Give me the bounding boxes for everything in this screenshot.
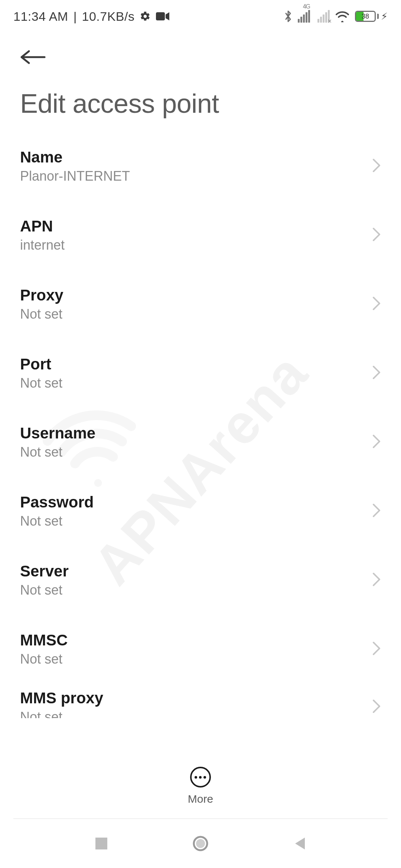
setting-label: Port	[20, 355, 62, 373]
status-bar: 11:34 AM | 10.7KB/s 4G	[0, 0, 401, 26]
setting-label: MMSC	[20, 631, 68, 649]
setting-label: Username	[20, 424, 95, 442]
gear-icon	[140, 11, 151, 22]
settings-list: Name Planor-INTERNET APN internet Proxy …	[0, 132, 401, 718]
setting-value: Not set	[20, 375, 62, 391]
nav-home-button[interactable]	[189, 832, 212, 855]
status-left: 11:34 AM | 10.7KB/s	[13, 9, 169, 24]
setting-value: Planor-INTERNET	[20, 168, 130, 184]
setting-mms-proxy[interactable]: MMS proxy Not set	[20, 684, 381, 718]
setting-value: Not set	[20, 513, 94, 529]
camera-icon	[156, 11, 169, 21]
square-icon	[95, 837, 108, 850]
back-button[interactable]	[20, 44, 47, 70]
signal-sim1: 4G	[298, 10, 310, 23]
wifi-icon	[335, 10, 350, 22]
svg-point-3	[196, 839, 205, 848]
chevron-right-icon	[372, 365, 381, 381]
more-label: More	[188, 793, 213, 805]
setting-password[interactable]: Password Not set	[20, 477, 381, 546]
nav-back-button[interactable]	[288, 832, 311, 855]
setting-username[interactable]: Username Not set	[20, 408, 381, 477]
setting-label: Name	[20, 148, 130, 166]
status-right: 4G ✕ 38	[284, 10, 388, 23]
signal-4g-label: 4G	[303, 3, 310, 10]
nav-bar	[0, 819, 401, 868]
setting-value: Not set	[20, 306, 63, 322]
setting-value: internet	[20, 237, 65, 253]
chevron-right-icon	[372, 699, 381, 715]
setting-label: MMS proxy	[20, 689, 103, 707]
chevron-right-icon	[372, 572, 381, 588]
signal-sim2: ✕	[317, 10, 330, 23]
setting-value: Not set	[20, 582, 69, 598]
chevron-right-icon	[372, 503, 381, 519]
chevron-right-icon	[372, 641, 381, 657]
setting-port[interactable]: Port Not set	[20, 339, 381, 408]
svg-rect-0	[156, 12, 165, 20]
status-net-speed: 10.7KB/s	[82, 9, 135, 24]
setting-label: Proxy	[20, 286, 63, 304]
charging-icon: ⚡︎	[381, 11, 388, 22]
page-title: Edit access point	[0, 70, 401, 132]
chevron-right-icon	[372, 227, 381, 243]
setting-server[interactable]: Server Not set	[20, 546, 381, 615]
setting-label: APN	[20, 217, 65, 235]
chevron-right-icon	[372, 296, 381, 312]
setting-value: Not set	[20, 444, 95, 460]
setting-label: Password	[20, 493, 94, 511]
chevron-right-icon	[372, 158, 381, 174]
circle-icon	[192, 835, 209, 852]
battery-indicator: 38 ⚡︎	[355, 11, 388, 22]
setting-value: Not set	[20, 651, 68, 667]
setting-name[interactable]: Name Planor-INTERNET	[20, 132, 381, 201]
setting-value: Not set	[20, 709, 103, 718]
battery-percent: 38	[356, 13, 375, 20]
arrow-left-icon	[20, 50, 46, 65]
setting-label: Server	[20, 562, 69, 580]
setting-proxy[interactable]: Proxy Not set	[20, 270, 381, 339]
status-sep: |	[74, 9, 77, 24]
status-time: 11:34 AM	[13, 9, 68, 24]
more-button[interactable]: More	[188, 767, 213, 805]
setting-apn[interactable]: APN internet	[20, 201, 381, 270]
chevron-right-icon	[372, 434, 381, 450]
nav-recents-button[interactable]	[90, 832, 113, 855]
triangle-left-icon	[293, 836, 306, 851]
signal-no-sim-icon: ✕	[327, 18, 332, 24]
setting-mmsc[interactable]: MMSC Not set	[20, 615, 381, 684]
svg-rect-1	[95, 838, 107, 849]
bluetooth-icon	[284, 10, 293, 23]
more-icon	[190, 767, 211, 788]
bottom-bar: More	[0, 754, 401, 818]
